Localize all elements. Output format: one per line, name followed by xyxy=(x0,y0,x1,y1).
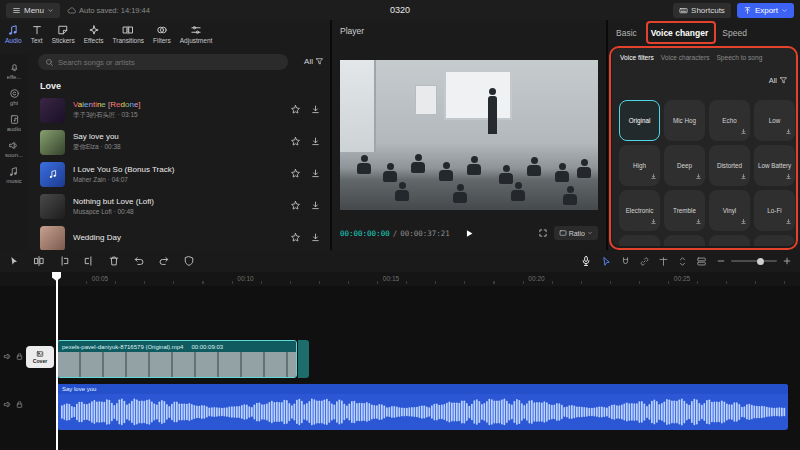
voice-filter-all-button[interactable]: All xyxy=(769,76,788,85)
link-toggle[interactable] xyxy=(639,256,650,267)
audio-track-mute-button[interactable] xyxy=(3,400,12,409)
toolbar-item-text[interactable]: Text xyxy=(31,24,43,44)
playhead[interactable] xyxy=(56,272,58,450)
audio-rail-item-audio[interactable]: audio xyxy=(7,114,22,132)
search-input[interactable] xyxy=(58,58,281,67)
undo-button[interactable] xyxy=(133,255,145,267)
download-icon xyxy=(740,211,747,229)
download-button[interactable] xyxy=(310,197,321,215)
export-button[interactable]: Export xyxy=(737,3,794,18)
song-row[interactable]: Wedding Day xyxy=(28,222,330,250)
voice-filter-partial[interactable] xyxy=(754,235,795,246)
voice-filter-original[interactable]: Original xyxy=(619,100,660,141)
tab-voice-changer[interactable]: Voice changer xyxy=(651,28,708,38)
timeline-ruler[interactable]: 00:0500:1000:1500:2000:25 xyxy=(0,272,800,286)
voice-filter-lo-fi[interactable]: Lo-Fi xyxy=(754,190,795,231)
voice-filter-high[interactable]: High xyxy=(619,145,660,186)
audio-rail-item-ght[interactable]: ght xyxy=(9,88,20,106)
person-silhouette xyxy=(466,156,482,175)
shortcuts-button[interactable]: Shortcuts xyxy=(673,3,731,18)
voice-filter-label: Lo-Fi xyxy=(765,207,783,214)
split-button[interactable] xyxy=(33,255,45,267)
song-row[interactable]: I Love You So (Bonus Track)Maher Zain · … xyxy=(28,158,330,190)
subtab-speech-to-song[interactable]: Speech to song xyxy=(716,54,762,61)
mask-button[interactable] xyxy=(183,255,195,267)
video-track-mute-button[interactable] xyxy=(3,352,12,361)
tab-speed[interactable]: Speed xyxy=(722,28,747,38)
voice-filter-electronic[interactable]: Electronic xyxy=(619,190,660,231)
voice-filter-mic-hog[interactable]: Mic Hog xyxy=(664,100,705,141)
download-button[interactable] xyxy=(310,165,321,183)
person-silhouette xyxy=(554,163,570,182)
ratio-button[interactable]: Ratio xyxy=(554,226,598,240)
audio-rail-item-music[interactable]: music xyxy=(6,166,22,184)
record-voiceover-button[interactable] xyxy=(580,255,592,267)
voice-filter-low[interactable]: Low xyxy=(754,100,795,141)
zoom-in-icon[interactable] xyxy=(782,256,792,266)
download-button[interactable] xyxy=(310,101,321,119)
voice-filter-distorted[interactable]: Distorted xyxy=(709,145,750,186)
track-height-toggle[interactable] xyxy=(677,256,688,267)
audio-rail-item-soun[interactable]: soun... xyxy=(5,140,23,158)
fullscreen-icon[interactable] xyxy=(538,228,548,238)
voice-filter-partial[interactable] xyxy=(664,235,705,246)
toolbar-item-stickers[interactable]: Stickers xyxy=(52,24,75,44)
subtab-voice-characters[interactable]: Voice characters xyxy=(661,54,710,61)
favorite-button[interactable] xyxy=(290,133,301,151)
song-row[interactable]: Say love you爱你Elza · 00:38 xyxy=(28,126,330,158)
zoom-slider-knob[interactable] xyxy=(757,258,764,265)
trim-right-button[interactable] xyxy=(83,255,95,267)
fold-toggle[interactable] xyxy=(696,256,707,267)
video-track-lock-button[interactable] xyxy=(15,352,24,361)
audio-track-lock-button[interactable] xyxy=(15,400,24,409)
play-button[interactable] xyxy=(464,228,475,239)
select-button[interactable] xyxy=(8,255,20,267)
video-clip[interactable]: pexels-pavel-daniyuk-8716579 (Original).… xyxy=(57,340,297,378)
cover-button[interactable]: Cover xyxy=(26,346,54,368)
song-row[interactable]: Valentine [Redone]李子3的石头匠 · 03:15 xyxy=(28,94,330,126)
magnet-toggle[interactable] xyxy=(620,256,631,267)
person-silhouette xyxy=(510,182,526,201)
presenter-silhouette xyxy=(486,88,498,134)
voice-filter-partial[interactable] xyxy=(709,235,750,246)
audio-clip[interactable]: Say love you xyxy=(57,384,788,430)
tab-basic[interactable]: Basic xyxy=(616,28,637,38)
favorite-button[interactable] xyxy=(290,165,301,183)
delete-button[interactable] xyxy=(108,255,120,267)
toolbar-item-transitions[interactable]: Transitions xyxy=(113,24,145,44)
voice-filter-low-battery[interactable]: Low Battery xyxy=(754,145,795,186)
trim-left-button[interactable] xyxy=(58,255,70,267)
zoom-out-icon[interactable] xyxy=(716,256,726,266)
download-button[interactable] xyxy=(310,229,321,247)
favorite-button[interactable] xyxy=(290,101,301,119)
toolbar-item-audio[interactable]: Audio xyxy=(5,24,22,44)
person-silhouette xyxy=(356,155,372,174)
favorite-button[interactable] xyxy=(290,197,301,215)
voice-filter-vinyl[interactable]: Vinyl xyxy=(709,190,750,231)
menu-button[interactable]: Menu xyxy=(6,3,60,18)
audio-waveform xyxy=(59,396,786,428)
zoom-slider[interactable] xyxy=(731,260,777,262)
toolbar-item-effects[interactable]: Effects xyxy=(84,24,104,44)
cursor-mode-toggle[interactable] xyxy=(601,256,612,267)
time-separator: / xyxy=(393,229,398,238)
audio-rail-item-effe[interactable]: effe... xyxy=(7,62,22,80)
filters-icon xyxy=(156,24,168,36)
favorite-button[interactable] xyxy=(290,229,301,247)
video-clip-end-handle[interactable] xyxy=(298,340,309,378)
audio-category-rail: effe...ghtaudiosoun...music xyxy=(0,54,28,250)
audio-filter-button[interactable]: All xyxy=(304,57,324,66)
song-row[interactable]: Nothing but Love (Lofi)Musapce Lofi · 00… xyxy=(28,190,330,222)
toolbar-item-filters[interactable]: Filters xyxy=(153,24,171,44)
audio-filter-label: All xyxy=(304,57,313,66)
voice-filter-deep[interactable]: Deep xyxy=(664,145,705,186)
song-subtitle: 爱你Elza · 00:38 xyxy=(73,143,290,152)
voice-filter-partial[interactable] xyxy=(619,235,660,246)
subtab-voice-filters[interactable]: Voice filters xyxy=(620,54,654,61)
voice-filter-echo[interactable]: Echo xyxy=(709,100,750,141)
download-button[interactable] xyxy=(310,133,321,151)
redo-button[interactable] xyxy=(158,255,170,267)
voice-filter-tremble[interactable]: Tremble xyxy=(664,190,705,231)
preview-axis-toggle[interactable] xyxy=(658,256,669,267)
toolbar-item-adjustment[interactable]: Adjustment xyxy=(180,24,213,44)
